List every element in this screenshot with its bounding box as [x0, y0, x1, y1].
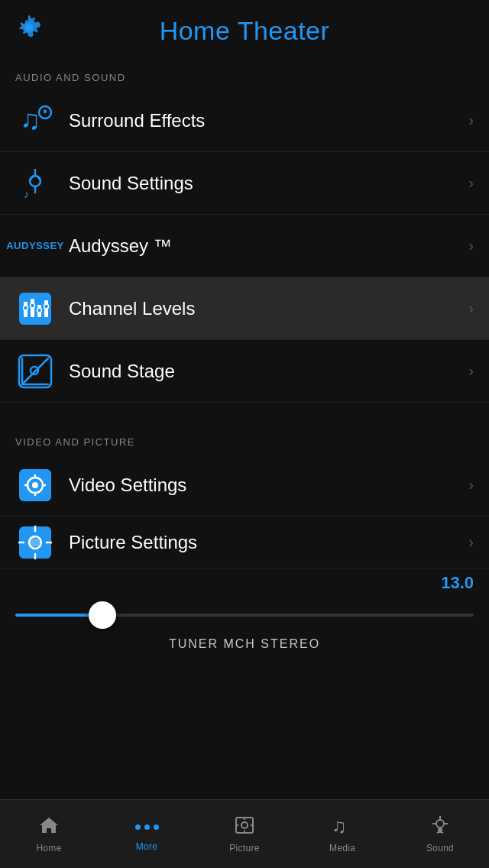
sound-settings-icon: ♪: [15, 164, 55, 203]
sound-settings-chevron-icon: ›: [468, 174, 474, 192]
svg-rect-21: [30, 539, 40, 546]
slider-track[interactable]: [15, 596, 474, 634]
audyssey-item[interactable]: AUDYSSEY Audyssey ™ ›: [0, 215, 489, 277]
audyssey-chevron-icon: ›: [468, 237, 474, 254]
picture-settings-item[interactable]: Picture Settings ›: [0, 517, 489, 568]
video-section-label: VIDEO AND PICTURE: [0, 426, 489, 454]
svg-point-18: [32, 482, 38, 488]
sound-stage-icon: [15, 351, 55, 391]
page-title: Home Theater: [160, 16, 330, 46]
sound-stage-label: Sound Stage: [69, 361, 468, 382]
svg-point-27: [241, 822, 248, 828]
header: Home Theater: [0, 0, 489, 61]
bottom-nav: Home More Picture ♫ Media: [0, 799, 489, 868]
audyssey-label: Audyssey ™: [69, 235, 468, 257]
nav-sound[interactable]: Sound: [391, 800, 489, 868]
channel-levels-item[interactable]: Channel Levels ›: [0, 277, 489, 340]
audio-section-label: AUDIO AND SOUND: [0, 61, 489, 89]
nav-picture[interactable]: Picture: [196, 800, 293, 868]
nav-media[interactable]: ♫ Media: [293, 800, 391, 868]
svg-point-33: [436, 820, 444, 828]
video-settings-label: Video Settings: [69, 474, 468, 496]
video-settings-item[interactable]: Video Settings ›: [0, 454, 489, 517]
sound-settings-label: Sound Settings: [69, 173, 468, 194]
section-spacer: [0, 403, 489, 426]
nav-more[interactable]: More: [98, 800, 196, 868]
slider-thumb[interactable]: [89, 601, 116, 629]
home-icon: [38, 815, 60, 840]
sound-settings-item[interactable]: ♪ Sound Settings ›: [0, 152, 489, 215]
more-label: More: [136, 841, 158, 852]
svg-text:♫: ♫: [332, 815, 347, 836]
sound-label: Sound: [426, 843, 454, 853]
more-dots-icon: [135, 817, 159, 838]
picture-icon: [234, 815, 255, 840]
nav-home[interactable]: Home: [0, 800, 98, 868]
slider-value: 13.0: [15, 568, 474, 596]
svg-point-12: [37, 308, 42, 313]
channel-levels-icon: [15, 289, 55, 329]
video-settings-chevron-icon: ›: [468, 476, 474, 494]
svg-point-11: [31, 303, 35, 308]
picture-settings-icon: [15, 523, 55, 562]
surround-chevron-icon: ›: [468, 112, 474, 129]
surround-effects-label: Surround Effects: [69, 110, 468, 131]
svg-text:♪: ♪: [24, 188, 29, 200]
svg-point-10: [24, 306, 28, 310]
surround-effects-item[interactable]: ♫ Surround Effects ›: [0, 89, 489, 152]
svg-point-13: [44, 304, 49, 309]
svg-text:♫: ♫: [20, 104, 40, 135]
slider-area: 13.0 TUNER MCH STEREO: [0, 568, 489, 659]
picture-label: Picture: [229, 843, 259, 853]
gear-icon[interactable]: [15, 14, 43, 47]
channel-levels-label: Channel Levels: [69, 298, 468, 319]
media-icon: ♫: [332, 815, 353, 840]
media-label: Media: [329, 843, 355, 853]
sound-stage-item[interactable]: Sound Stage ›: [0, 340, 489, 403]
sound-stage-chevron-icon: ›: [468, 362, 474, 380]
picture-settings-label: Picture Settings: [69, 532, 468, 553]
sound-nav-icon: [429, 815, 451, 840]
video-settings-icon: [15, 465, 55, 505]
home-label: Home: [36, 843, 61, 853]
audyssey-text-icon: AUDYSSEY: [15, 226, 55, 266]
picture-settings-chevron-icon: ›: [468, 533, 474, 551]
channel-levels-chevron-icon: ›: [468, 300, 474, 317]
slider-label: TUNER MCH STEREO: [15, 634, 474, 659]
surround-icon: ♫: [15, 101, 55, 141]
